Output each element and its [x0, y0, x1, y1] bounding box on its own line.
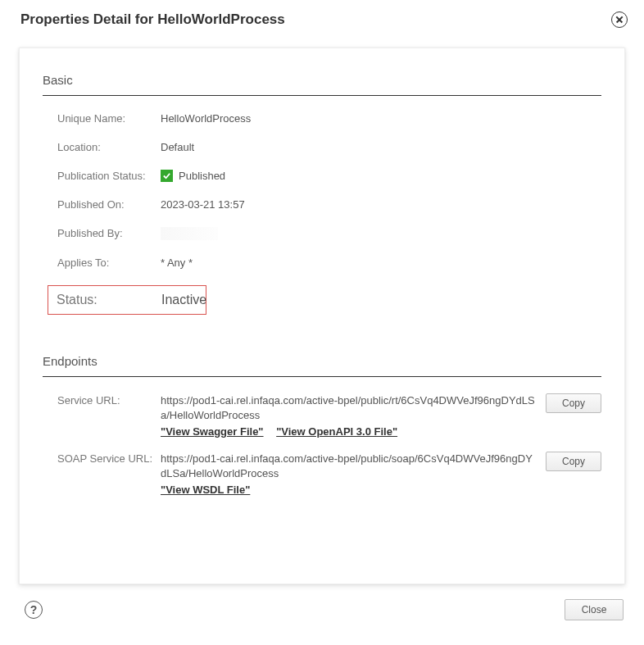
view-wsdl-link[interactable]: "View WSDL File": [161, 484, 250, 496]
label-publication-status: Publication Status:: [57, 170, 161, 182]
dialog-header: Properties Detail for HelloWorldProcess: [0, 0, 644, 39]
value-soap-url: https://pod1-cai.rel.infaqa.com/active-b…: [161, 452, 533, 479]
value-applies-to: * Any *: [161, 257, 193, 269]
endpoints-grid: Service URL: https://pod1-cai.rel.infaqa…: [43, 393, 601, 497]
soap-url-links: "View WSDL File": [161, 483, 537, 497]
value-publication-status: Published: [161, 170, 225, 182]
value-service-url: https://pod1-cai.rel.infaqa.com/active-b…: [161, 394, 535, 421]
close-button[interactable]: Close: [565, 599, 624, 620]
content-service-url: https://pod1-cai.rel.infaqa.com/active-b…: [161, 393, 546, 440]
basic-grid: Unique Name: HelloWorldProcess Location:…: [43, 112, 601, 315]
label-published-on: Published On:: [57, 198, 161, 211]
basic-section-title: Basic: [43, 73, 601, 87]
redacted-value: [161, 227, 218, 240]
view-swagger-link[interactable]: "View Swagger File": [161, 425, 264, 438]
row-publication-status: Publication Status: Published: [57, 170, 601, 182]
close-icon[interactable]: [611, 11, 628, 28]
row-location: Location: Default: [57, 141, 601, 153]
row-soap-url: SOAP Service URL: https://pod1-cai.rel.i…: [57, 452, 601, 498]
label-service-url: Service URL:: [57, 393, 161, 407]
label-published-by: Published By:: [57, 227, 161, 239]
service-url-links: "View Swagger File" "View OpenAPI 3.0 Fi…: [161, 425, 537, 439]
row-service-url: Service URL: https://pod1-cai.rel.infaqa…: [57, 393, 601, 440]
row-status-highlighted: Status: Inactive: [48, 285, 206, 315]
row-published-on: Published On: 2023-03-21 13:57: [57, 198, 601, 211]
label-unique-name: Unique Name:: [57, 112, 161, 125]
row-applies-to: Applies To: * Any *: [57, 257, 601, 269]
endpoints-section-title: Endpoints: [43, 354, 601, 368]
check-icon: [161, 170, 173, 182]
divider: [43, 95, 601, 96]
label-soap-url: SOAP Service URL:: [57, 452, 161, 465]
label-applies-to: Applies To:: [57, 257, 161, 269]
value-location: Default: [161, 141, 194, 153]
row-unique-name: Unique Name: HelloWorldProcess: [57, 112, 601, 125]
row-published-by: Published By:: [57, 227, 601, 240]
basic-section: Basic Unique Name: HelloWorldProcess Loc…: [43, 73, 601, 315]
dialog-title: Properties Detail for HelloWorldProcess: [20, 11, 285, 28]
label-location: Location:: [57, 141, 161, 153]
copy-service-url-button[interactable]: Copy: [546, 393, 601, 413]
content-soap-url: https://pod1-cai.rel.infaqa.com/active-b…: [161, 452, 546, 498]
divider: [43, 376, 601, 377]
value-unique-name: HelloWorldProcess: [161, 112, 251, 125]
value-published-on: 2023-03-21 13:57: [161, 198, 245, 211]
view-openapi-link[interactable]: "View OpenAPI 3.0 File": [276, 425, 397, 438]
label-status: Status:: [57, 293, 161, 307]
endpoints-section: Endpoints Service URL: https://pod1-cai.…: [43, 354, 601, 497]
value-status: Inactive: [161, 293, 206, 307]
value-published-by: [161, 227, 218, 240]
content-panel: Basic Unique Name: HelloWorldProcess Loc…: [19, 48, 625, 584]
dialog-footer: ? Close: [0, 584, 644, 620]
help-icon[interactable]: ?: [25, 601, 43, 619]
publication-status-text: Published: [179, 170, 225, 182]
copy-soap-url-button[interactable]: Copy: [546, 452, 601, 471]
